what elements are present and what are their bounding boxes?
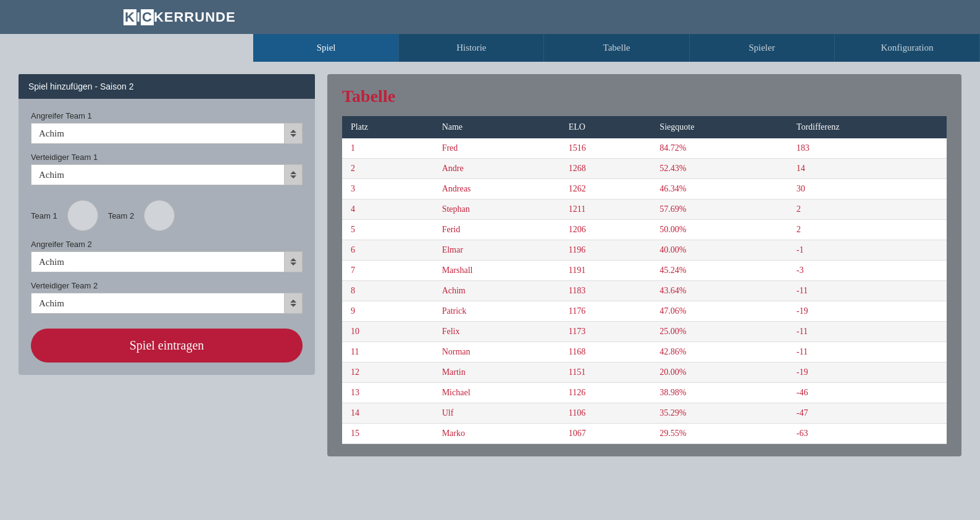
cell-platz: 4 bbox=[342, 199, 433, 220]
cell-siegquote: 29.55% bbox=[651, 424, 787, 444]
cell-platz: 15 bbox=[342, 424, 433, 444]
cell-tordiff: -46 bbox=[788, 383, 947, 403]
cell-tordiff: -11 bbox=[788, 342, 947, 363]
angreifer-team2-select[interactable]: Achim bbox=[31, 251, 303, 272]
submit-button[interactable]: Spiel eintragen bbox=[31, 329, 303, 363]
cell-name: Michael bbox=[433, 383, 560, 403]
cell-platz: 3 bbox=[342, 179, 433, 199]
table-row: 11 Norman 1168 42.86% -11 bbox=[342, 342, 947, 363]
table-row: 13 Michael 1126 38.98% -46 bbox=[342, 383, 947, 403]
cell-name: Patrick bbox=[433, 301, 560, 322]
navigation: Spiel Historie Tabelle Spieler Konfigura… bbox=[253, 34, 980, 62]
cell-platz: 7 bbox=[342, 261, 433, 281]
cell-name: Martin bbox=[433, 363, 560, 383]
cell-tordiff: -11 bbox=[788, 322, 947, 342]
verteidiger-team1-select[interactable]: Achim bbox=[31, 164, 303, 185]
table-header-row: Platz Name ELO Siegquote Tordifferenz bbox=[342, 116, 947, 138]
angreifer-team1-select[interactable]: Achim bbox=[31, 123, 303, 144]
cell-siegquote: 38.98% bbox=[651, 383, 787, 403]
cell-tordiff: -1 bbox=[788, 240, 947, 261]
panel-body: Angreifer Team 1 Achim Verteidiger Team … bbox=[19, 99, 315, 375]
angreifer-team2-label: Angreifer Team 2 bbox=[31, 240, 303, 249]
col-platz: Platz bbox=[342, 116, 433, 138]
table-row: 15 Marko 1067 29.55% -63 bbox=[342, 424, 947, 444]
table-header: Platz Name ELO Siegquote Tordifferenz bbox=[342, 116, 947, 138]
right-panel: Tabelle Platz Name ELO Siegquote Tordiff… bbox=[327, 74, 961, 456]
nav-item-historie[interactable]: Historie bbox=[399, 34, 544, 62]
angreifer-team2-group: Angreifer Team 2 Achim bbox=[31, 240, 303, 272]
cell-tordiff: -3 bbox=[788, 261, 947, 281]
panel-header: Spiel hinzufügen - Saison 2 bbox=[19, 74, 315, 99]
logo: KICKERRUNDE bbox=[124, 9, 236, 25]
verteidiger-team1-group: Verteidiger Team 1 Achim bbox=[31, 153, 303, 185]
table-row: 2 Andre 1268 52.43% 14 bbox=[342, 159, 947, 179]
cell-tordiff: 14 bbox=[788, 159, 947, 179]
angreifer-team1-label: Angreifer Team 1 bbox=[31, 111, 303, 120]
verteidiger-team2-group: Verteidiger Team 2 Achim bbox=[31, 281, 303, 314]
col-siegquote: Siegquote bbox=[651, 116, 787, 138]
cell-siegquote: 46.34% bbox=[651, 179, 787, 199]
angreifer-team1-group: Angreifer Team 1 Achim bbox=[31, 111, 303, 144]
header: KICKERRUNDE bbox=[0, 0, 980, 34]
score-row: Team 1 Team 2 bbox=[31, 194, 303, 240]
cell-name: Norman bbox=[433, 342, 560, 363]
cell-elo: 1183 bbox=[560, 281, 651, 301]
verteidiger-team1-wrapper: Achim bbox=[31, 164, 303, 185]
cell-elo: 1206 bbox=[560, 220, 651, 240]
cell-platz: 6 bbox=[342, 240, 433, 261]
col-tordifferenz: Tordifferenz bbox=[788, 116, 947, 138]
team1-score-circle[interactable] bbox=[67, 200, 98, 231]
table-body: 1 Fred 1516 84.72% 183 2 Andre 1268 52.4… bbox=[342, 138, 947, 444]
verteidiger-team2-label: Verteidiger Team 2 bbox=[31, 281, 303, 290]
table-row: 6 Elmar 1196 40.00% -1 bbox=[342, 240, 947, 261]
cell-platz: 2 bbox=[342, 159, 433, 179]
table-row: 10 Felix 1173 25.00% -11 bbox=[342, 322, 947, 342]
tabelle-title: Tabelle bbox=[342, 86, 947, 106]
cell-elo: 1262 bbox=[560, 179, 651, 199]
cell-name: Ferid bbox=[433, 220, 560, 240]
cell-platz: 1 bbox=[342, 138, 433, 159]
team1-score-label: Team 1 bbox=[31, 211, 57, 220]
table-row: 3 Andreas 1262 46.34% 30 bbox=[342, 179, 947, 199]
nav-item-tabelle[interactable]: Tabelle bbox=[544, 34, 689, 62]
table-row: 14 Ulf 1106 35.29% -47 bbox=[342, 403, 947, 424]
cell-elo: 1151 bbox=[560, 363, 651, 383]
col-elo: ELO bbox=[560, 116, 651, 138]
cell-tordiff: -19 bbox=[788, 363, 947, 383]
angreifer-team1-wrapper: Achim bbox=[31, 123, 303, 144]
cell-platz: 9 bbox=[342, 301, 433, 322]
cell-siegquote: 43.64% bbox=[651, 281, 787, 301]
team2-score-circle[interactable] bbox=[144, 200, 175, 231]
cell-tordiff: 2 bbox=[788, 220, 947, 240]
cell-platz: 5 bbox=[342, 220, 433, 240]
cell-siegquote: 25.00% bbox=[651, 322, 787, 342]
verteidiger-team1-label: Verteidiger Team 1 bbox=[31, 153, 303, 162]
cell-name: Andre bbox=[433, 159, 560, 179]
cell-platz: 10 bbox=[342, 322, 433, 342]
table-row: 1 Fred 1516 84.72% 183 bbox=[342, 138, 947, 159]
table-row: 12 Martin 1151 20.00% -19 bbox=[342, 363, 947, 383]
cell-elo: 1191 bbox=[560, 261, 651, 281]
cell-siegquote: 52.43% bbox=[651, 159, 787, 179]
cell-siegquote: 57.69% bbox=[651, 199, 787, 220]
table-row: 7 Marshall 1191 45.24% -3 bbox=[342, 261, 947, 281]
cell-elo: 1196 bbox=[560, 240, 651, 261]
cell-siegquote: 50.00% bbox=[651, 220, 787, 240]
nav-item-spieler[interactable]: Spieler bbox=[690, 34, 835, 62]
nav-item-konfiguration[interactable]: Konfiguration bbox=[835, 34, 980, 62]
team2-score-label: Team 2 bbox=[108, 211, 135, 220]
cell-name: Stephan bbox=[433, 199, 560, 220]
cell-name: Fred bbox=[433, 138, 560, 159]
cell-tordiff: 183 bbox=[788, 138, 947, 159]
cell-siegquote: 45.24% bbox=[651, 261, 787, 281]
cell-tordiff: 2 bbox=[788, 199, 947, 220]
cell-platz: 13 bbox=[342, 383, 433, 403]
table-row: 5 Ferid 1206 50.00% 2 bbox=[342, 220, 947, 240]
cell-siegquote: 47.06% bbox=[651, 301, 787, 322]
table-row: 8 Achim 1183 43.64% -11 bbox=[342, 281, 947, 301]
cell-name: Marko bbox=[433, 424, 560, 444]
nav-item-spiel[interactable]: Spiel bbox=[253, 34, 399, 62]
verteidiger-team2-select[interactable]: Achim bbox=[31, 293, 303, 314]
cell-elo: 1106 bbox=[560, 403, 651, 424]
cell-platz: 11 bbox=[342, 342, 433, 363]
